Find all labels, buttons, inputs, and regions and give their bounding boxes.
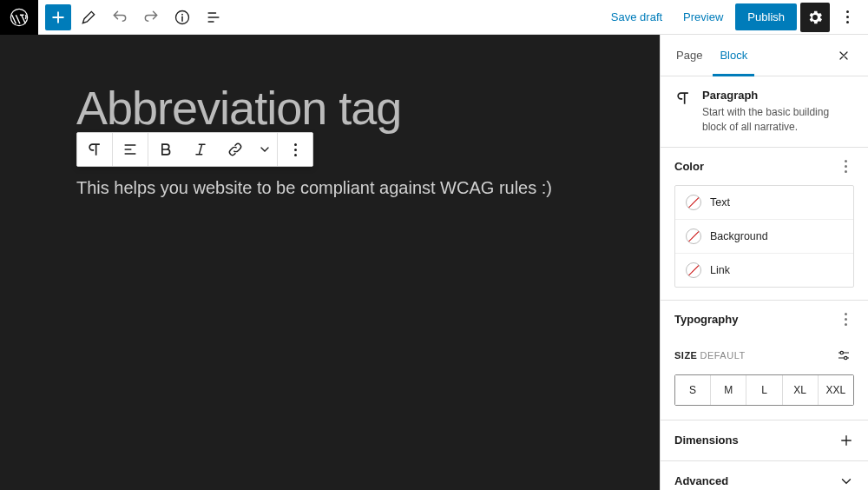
size-xxl[interactable]: XXL	[819, 375, 853, 405]
publish-button[interactable]: Publish	[735, 3, 797, 30]
panel-typography: Typography SIZEDEFAULT S M L XL XXL	[661, 301, 868, 420]
outline-button[interactable]	[200, 3, 227, 31]
color-row-label: Link	[710, 264, 730, 276]
panel-title: Dimensions	[674, 434, 739, 447]
kebab-icon	[838, 10, 856, 23]
block-description: Start with the basic building block of a…	[702, 105, 854, 135]
panel-dimensions-header[interactable]: Dimensions	[661, 420, 868, 460]
color-row-label: Text	[710, 196, 730, 209]
panel-color: Color Text Background Link	[661, 148, 868, 301]
custom-size-button[interactable]	[833, 345, 854, 366]
chevron-down-icon	[838, 473, 854, 489]
block-type-button[interactable]	[77, 133, 112, 166]
save-draft-button[interactable]: Save draft	[602, 5, 671, 29]
editor-topbar: Save draft Preview Publish	[38, 0, 868, 35]
swatch-none-icon	[686, 228, 701, 244]
tab-page[interactable]: Page	[674, 35, 704, 76]
kebab-icon	[837, 160, 854, 173]
plus-icon	[838, 433, 854, 448]
swatch-none-icon	[686, 195, 701, 210]
redo-button[interactable]	[137, 3, 165, 31]
close-sidebar-button[interactable]	[837, 43, 861, 68]
more-options-button[interactable]	[833, 3, 861, 31]
color-text-row[interactable]: Text	[675, 186, 853, 220]
link-button[interactable]	[218, 133, 253, 166]
size-l[interactable]: L	[746, 375, 782, 405]
block-toolbar	[76, 132, 313, 167]
align-button[interactable]	[113, 133, 148, 166]
panel-title: Advanced	[674, 474, 728, 487]
size-s[interactable]: S	[675, 375, 711, 405]
panel-advanced-header[interactable]: Advanced	[661, 461, 868, 490]
panel-color-header[interactable]: Color	[661, 148, 868, 185]
paragraph-block[interactable]: This helps you website to be compliant a…	[76, 178, 660, 198]
more-formatting-button[interactable]	[253, 133, 277, 166]
paragraph-icon	[674, 89, 692, 135]
panel-title: Typography	[674, 313, 738, 326]
svg-point-3	[840, 351, 843, 354]
color-link-row[interactable]: Link	[675, 254, 853, 287]
svg-point-2	[181, 13, 183, 15]
post-title[interactable]: Abbreviation tag	[76, 83, 660, 133]
size-xl[interactable]: XL	[783, 375, 819, 405]
admin-left-rail	[0, 35, 38, 490]
undo-button[interactable]	[106, 3, 134, 31]
block-more-button[interactable]	[278, 133, 312, 166]
color-row-label: Background	[710, 230, 768, 242]
settings-sidebar: Page Block Paragraph Start with the basi…	[660, 35, 868, 490]
italic-button[interactable]	[183, 133, 218, 166]
kebab-icon	[286, 143, 304, 156]
block-name-label: Paragraph	[702, 89, 854, 102]
font-size-segmented: S M L XL XXL	[674, 374, 854, 406]
size-m[interactable]: M	[711, 375, 746, 405]
svg-point-4	[845, 356, 847, 359]
size-label: SIZEDEFAULT	[674, 350, 746, 361]
panel-dimensions: Dimensions	[661, 420, 868, 461]
swatch-none-icon	[686, 262, 701, 278]
panel-title: Color	[674, 160, 704, 173]
wordpress-logo[interactable]	[0, 0, 38, 35]
bold-button[interactable]	[148, 133, 183, 166]
edit-mode-button[interactable]	[75, 3, 102, 31]
editor-canvas[interactable]: Abbreviation tag This helps you website …	[38, 35, 660, 490]
panel-typography-header[interactable]: Typography	[661, 301, 868, 338]
preview-button[interactable]: Preview	[674, 5, 732, 29]
panel-advanced: Advanced	[661, 461, 868, 490]
add-block-button[interactable]	[45, 4, 71, 30]
kebab-icon	[837, 313, 854, 326]
tab-block[interactable]: Block	[718, 35, 749, 76]
settings-button[interactable]	[800, 3, 830, 32]
color-background-row[interactable]: Background	[675, 220, 853, 254]
info-button[interactable]	[168, 3, 196, 31]
